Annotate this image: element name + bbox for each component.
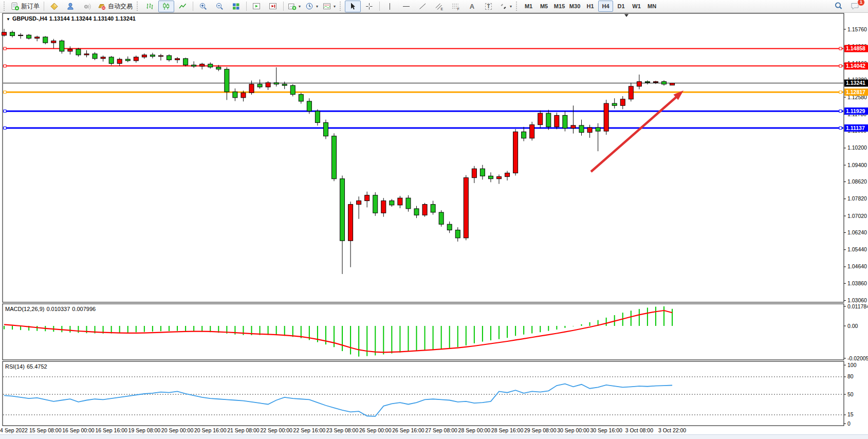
svg-text:20 Sep 00:00: 20 Sep 00:00 bbox=[161, 427, 194, 433]
candlestick-mode-button[interactable] bbox=[158, 1, 174, 12]
line-chart-mode-button[interactable] bbox=[175, 1, 191, 12]
candlestick-icon bbox=[162, 2, 171, 11]
arrows-icon bbox=[499, 2, 508, 11]
toolbar-grip[interactable] bbox=[516, 2, 519, 11]
search-button[interactable] bbox=[830, 1, 846, 12]
timeframe-m15-button[interactable]: M15 bbox=[552, 1, 567, 12]
svg-text:20 Sep 16:00: 20 Sep 16:00 bbox=[194, 427, 227, 433]
clock-icon bbox=[305, 2, 314, 11]
timeframe-group: M1M5M15M30H1H4D1W1MN bbox=[521, 1, 659, 12]
svg-text:30 Sep 00:00: 30 Sep 00:00 bbox=[557, 427, 589, 433]
time-axis[interactable]: 14 Sep 202215 Sep 08:0016 Sep 00:0016 Se… bbox=[0, 427, 686, 433]
timeframe-d1-button[interactable]: D1 bbox=[614, 1, 629, 12]
bar-chart-mode-button[interactable] bbox=[142, 1, 158, 12]
svg-text:28 Sep 16:00: 28 Sep 16:00 bbox=[491, 427, 524, 433]
timeframe-m1-button[interactable]: M1 bbox=[521, 1, 536, 12]
crosshair-tool-button[interactable] bbox=[361, 1, 377, 12]
tile-windows-button[interactable] bbox=[228, 1, 244, 12]
svg-text:3 Oct 08:00: 3 Oct 08:00 bbox=[625, 427, 653, 433]
arrows-tool-button[interactable]: ▾ bbox=[497, 1, 514, 12]
svg-text:22 Sep 00:00: 22 Sep 00:00 bbox=[260, 427, 292, 433]
svg-text:1.03060: 1.03060 bbox=[847, 297, 867, 303]
chart-shift-button[interactable] bbox=[265, 1, 281, 12]
new-order-label: 新订单 bbox=[21, 2, 40, 11]
separator bbox=[193, 2, 193, 11]
timeframe-m30-button[interactable]: M30 bbox=[567, 1, 582, 12]
toolbar-grip[interactable] bbox=[4, 2, 7, 11]
rsi-value: 65.4752 bbox=[27, 363, 47, 370]
text-label-tool-button[interactable]: T bbox=[481, 1, 496, 12]
signals-button[interactable] bbox=[79, 1, 95, 12]
window-bottom-edge bbox=[0, 434, 868, 439]
timeframe-h1-button[interactable]: H1 bbox=[583, 1, 598, 12]
svg-text:1.13241: 1.13241 bbox=[846, 80, 865, 86]
search-icon bbox=[834, 2, 843, 11]
auto-scroll-icon bbox=[252, 2, 261, 11]
timeframe-w1-button[interactable]: W1 bbox=[629, 1, 644, 12]
timeframe-m5-button[interactable]: M5 bbox=[537, 1, 551, 12]
symbol-ohlc-label[interactable]: ▼GBPUSD-,H41.13144 1.13244 1.13140 1.132… bbox=[6, 15, 138, 22]
vertical-line-tool-button[interactable] bbox=[382, 1, 398, 12]
svg-text:100: 100 bbox=[847, 362, 857, 368]
chevron-down-icon: ▾ bbox=[510, 4, 512, 9]
channel-tool-button[interactable]: E bbox=[431, 1, 447, 12]
timeframe-h4-button[interactable]: H4 bbox=[598, 1, 613, 12]
add-indicator-button[interactable]: ▾ bbox=[286, 1, 303, 12]
svg-text:21 Sep 08:00: 21 Sep 08:00 bbox=[227, 427, 260, 433]
periods-button[interactable]: ▾ bbox=[303, 1, 320, 12]
profile-button[interactable] bbox=[63, 1, 79, 12]
text-label-glyph: T bbox=[485, 3, 491, 10]
panel-frames bbox=[3, 13, 844, 426]
symbol-collapse-icon[interactable]: ▼ bbox=[6, 17, 10, 22]
fibonacci-tool-button[interactable]: F bbox=[448, 1, 464, 12]
signal-icon bbox=[83, 2, 91, 11]
svg-text:16 Sep 00:00: 16 Sep 00:00 bbox=[62, 427, 95, 433]
timeframe-mn-button[interactable]: MN bbox=[644, 1, 659, 12]
svg-text:1.07820: 1.07820 bbox=[847, 195, 867, 202]
symbol-name: GBPUSD-,H4 bbox=[12, 15, 47, 22]
svg-text:26 Sep 16:00: 26 Sep 16:00 bbox=[392, 427, 424, 433]
channel-glyph: E bbox=[440, 7, 443, 11]
notifications-button[interactable]: 1 bbox=[847, 1, 863, 12]
svg-text:15 Sep 08:00: 15 Sep 08:00 bbox=[29, 427, 62, 433]
crosshair-icon bbox=[365, 2, 374, 11]
auto-scroll-button[interactable] bbox=[249, 1, 265, 12]
svg-text:0: 0 bbox=[847, 420, 851, 427]
zoom-in-button[interactable] bbox=[195, 1, 211, 12]
toolbar-grip[interactable] bbox=[137, 2, 140, 11]
horizontal-line-tool-button[interactable] bbox=[398, 1, 414, 12]
svg-text:1.03860: 1.03860 bbox=[847, 280, 867, 286]
text-tool-button[interactable]: A bbox=[464, 1, 480, 12]
svg-text:1.15760: 1.15760 bbox=[847, 26, 867, 32]
chart-canvas[interactable]: 1.157601.149601.141601.133801.125801.117… bbox=[0, 0, 868, 439]
rsi-name: RSI(14) bbox=[5, 363, 25, 370]
svg-text:26 Sep 00:00: 26 Sep 00:00 bbox=[359, 427, 392, 433]
svg-text:0.011784: 0.011784 bbox=[847, 303, 868, 309]
svg-text:16 Sep 16:00: 16 Sep 16:00 bbox=[95, 427, 127, 433]
toolbar-grip[interactable] bbox=[340, 2, 343, 11]
market-watch-button[interactable] bbox=[46, 1, 62, 12]
chevron-down-icon: ▾ bbox=[299, 4, 301, 9]
svg-text:1.09400: 1.09400 bbox=[847, 162, 867, 168]
templates-button[interactable]: ▾ bbox=[321, 1, 338, 12]
macd-indicator-label: MACD(12,26,9)0.0103370.007996 bbox=[5, 306, 98, 312]
svg-text:50: 50 bbox=[847, 391, 854, 397]
svg-text:3 Oct 22:00: 3 Oct 22:00 bbox=[658, 427, 686, 433]
mt4-application-window: 新订单 自动交易 bbox=[0, 0, 868, 439]
svg-text:30 Sep 16:00: 30 Sep 16:00 bbox=[590, 427, 622, 433]
trendline-tool-button[interactable] bbox=[415, 1, 431, 12]
svg-text:1.04640: 1.04640 bbox=[847, 263, 867, 269]
svg-text:1.05440: 1.05440 bbox=[847, 246, 867, 252]
macd-signal-value: 0.007996 bbox=[72, 306, 96, 312]
cursor-tool-button[interactable] bbox=[345, 1, 361, 12]
svg-text:15: 15 bbox=[847, 411, 854, 417]
chart-shift-icon bbox=[269, 2, 278, 11]
svg-text:19 Sep 08:00: 19 Sep 08:00 bbox=[128, 427, 161, 433]
autotrading-label: 自动交易 bbox=[108, 2, 133, 11]
new-order-button[interactable]: 新订单 bbox=[9, 1, 42, 12]
zoom-out-button[interactable] bbox=[212, 1, 228, 12]
svg-text:1.06240: 1.06240 bbox=[847, 229, 867, 235]
svg-text:28 Sep 00:00: 28 Sep 00:00 bbox=[458, 427, 491, 433]
autotrading-button[interactable]: 自动交易 bbox=[96, 1, 135, 12]
zoom-in-icon bbox=[199, 2, 208, 11]
